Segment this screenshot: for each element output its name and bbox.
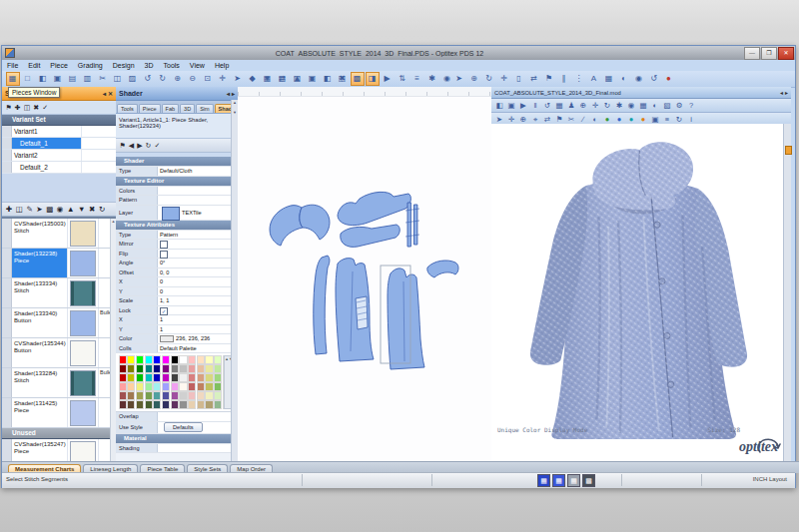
menu-item-file[interactable]: File [2,62,23,69]
palette-color[interactable] [188,391,196,400]
palette-color[interactable] [197,400,205,409]
rotate-tool-icon[interactable]: ↻ [482,72,496,86]
save-icon[interactable]: ▣ [51,72,65,86]
menu-item-grading[interactable]: Grading [73,62,108,69]
defaults-button[interactable]: Defaults [164,422,203,432]
v-help-icon[interactable]: ? [686,100,697,111]
palette-color[interactable] [153,364,161,373]
sh-prev-icon[interactable]: ◀ [129,142,134,150]
palette-color[interactable] [214,382,222,391]
palette-color[interactable] [197,373,205,382]
palette-color[interactable] [153,391,161,400]
tx-sample-icon[interactable]: ◉ [57,205,64,214]
sh-pin-icon[interactable]: ⚑ [120,142,126,150]
tx-edit-icon[interactable]: ✎ [26,205,32,214]
palette-color[interactable] [179,400,187,409]
pin-variant-icon[interactable]: ⚑ [6,104,12,112]
palette-color[interactable] [205,391,213,400]
texture-row[interactable]: Shader(133284)StitchBulk [2,368,116,398]
texture-row[interactable]: Shader(133340)ButtonBulk [2,308,116,338]
palette-color[interactable] [127,382,135,391]
sh-next-icon[interactable]: ▶ [137,142,142,150]
style-icon[interactable]: ▧ [276,72,290,86]
palette-color[interactable] [179,364,187,373]
v-light-icon[interactable]: ✱ [614,100,625,111]
fold-icon[interactable]: ⋮ [572,72,586,86]
prop-section[interactable]: Material [116,434,232,444]
pattern-canvas[interactable] [238,87,492,461]
menu-item-design[interactable]: Design [108,62,140,69]
fabric-icon[interactable]: ◧ [321,72,335,86]
palette-color[interactable] [136,391,144,400]
tape-icon[interactable]: ⇄ [527,72,541,86]
v-rotate-icon[interactable]: ↻ [602,100,613,111]
piece-table-icon[interactable]: ▦ [261,72,275,86]
palette-color[interactable] [162,400,170,409]
palette-color[interactable] [179,373,187,382]
viewer-scrollbar[interactable] [783,124,791,461]
plot-icon[interactable]: ▥ [81,72,95,86]
variant-row[interactable]: Default_1 [2,138,116,150]
shader-tab-piece[interactable]: Piece [139,104,161,113]
shader-tab-fab[interactable]: Fab [162,104,179,113]
palette-color[interactable] [171,400,179,409]
prop-checkbox[interactable] [160,251,168,259]
palette-color[interactable] [145,373,153,382]
menu-item-tools[interactable]: Tools [159,62,185,69]
new-icon[interactable]: □ [21,72,35,86]
viewer-title-bar[interactable]: COAT_ABSOLUTE_STYLE_2014_3D_Final.mod ◂ … [491,87,791,99]
palette-color[interactable] [145,391,153,400]
viewer-viewport[interactable]: Unique Color Display Mode Size: 128 opti… [491,124,784,461]
palette-color[interactable] [153,373,161,382]
palette-color[interactable] [171,364,179,373]
layers-icon[interactable]: ≡ [410,72,424,86]
shader-prev-icon[interactable]: ◂ [227,90,230,97]
copy-icon[interactable]: ◫ [111,72,125,86]
palette-color[interactable] [136,400,144,409]
shader-next-icon[interactable]: ▸ [232,90,235,97]
prop-row[interactable]: Mirror [116,240,232,250]
palette-color[interactable] [197,391,205,400]
v-wire-icon[interactable]: ▧ [662,100,673,111]
cloth-icon[interactable]: ▦ [602,72,616,86]
properties-icon[interactable]: ▣ [306,72,320,86]
texture-row[interactable]: Shader(131425)Piece [2,398,116,428]
shader-tab-tools[interactable]: Tools [117,104,138,113]
texture-row[interactable]: CVShader(135003)Stitch [2,219,116,249]
prop-row[interactable]: Angle0° [116,259,232,268]
palette-color[interactable] [214,373,222,382]
texture-row[interactable]: Shader(132238)Piece [2,249,116,278]
sh-apply-icon[interactable]: ✓ [154,142,160,150]
palette-color[interactable] [179,382,187,391]
palette-color[interactable] [188,373,196,382]
texture-row[interactable]: CVShader(135247)Piece [2,439,116,461]
palette-color[interactable] [197,364,205,373]
grid-blue2-icon[interactable]: ▦ [552,474,565,487]
panel-undock-icon[interactable]: ◂ [103,90,106,97]
palette-color[interactable] [214,364,222,373]
tx-fill-icon[interactable]: ▩ [46,205,53,214]
prop-checkbox[interactable] [160,241,168,249]
pieces-window-icon[interactable]: ▦ [6,72,20,86]
tx-clone-icon[interactable]: ◫ [16,205,23,214]
v-simulate-icon[interactable]: ▶ [518,100,529,111]
tx-assign-icon[interactable]: ➤ [36,205,42,214]
pin-copy-icon[interactable]: ◫ [24,104,31,112]
prop-row[interactable]: Offset0, 0 [116,268,232,278]
palette-color[interactable] [171,391,179,400]
prop-section[interactable]: Shader [116,157,232,167]
zoom-out-icon[interactable]: ⊖ [186,72,200,86]
v-cloth-icon[interactable]: ▦ [554,100,565,111]
menu-item-3d[interactable]: 3D [140,62,159,69]
palette-color[interactable] [119,400,127,409]
palette-color[interactable] [214,391,222,400]
palette-color[interactable] [205,373,213,382]
palette-color[interactable] [171,373,179,382]
pin-icon[interactable]: ⚑ [542,72,556,86]
palette-color[interactable] [127,355,135,364]
cut-icon[interactable]: ✂ [96,72,110,86]
palette-color[interactable] [205,355,213,364]
layer-thumbnail[interactable] [162,207,180,221]
prop-section[interactable]: Texture Attributes [116,221,232,231]
reset-icon[interactable]: ↺ [647,72,661,86]
